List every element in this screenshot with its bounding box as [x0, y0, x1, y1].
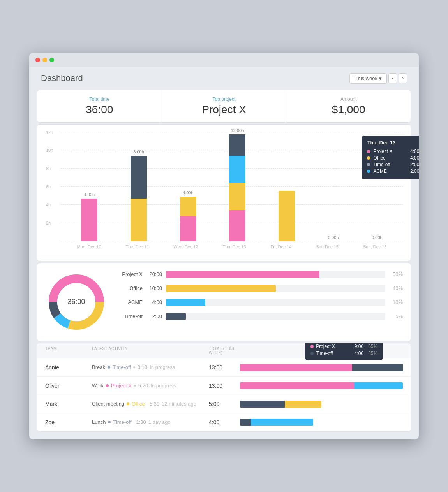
prev-week-button[interactable]: ‹ [388, 73, 397, 83]
bar-group-wed[interactable]: 4:00h [180, 190, 196, 241]
proj-name-office: Office [115, 285, 143, 291]
x-axis-labels: Mon, Dec 10 Tue, Dec 11 Wed, Dec 12 Thu,… [61, 241, 403, 257]
team-card: TEAM LATEST ACTIVITY TOTAL (THIS WEEK) A… [37, 343, 411, 432]
team-row-zoe: Zoe Lunch Time-off 1:30 1 day ago 4:00 [37, 413, 411, 431]
bar-group-mon[interactable]: 4:00h [81, 192, 97, 241]
bar-group-thu[interactable]: 12:00h Thu, Dec 13 12:00 [229, 128, 245, 241]
donut-center-label: 36:00 [67, 298, 85, 306]
bar-stack-fri [279, 191, 295, 241]
page-title: Dashboard [41, 73, 83, 83]
activity-dot-zoe [108, 421, 111, 423]
proj-row-acme: ACME 4:00 10% [115, 299, 403, 306]
proj-name-acme: ACME [115, 299, 143, 305]
proj-pct-projectx: 50% [389, 271, 403, 277]
bar-segment-slate-thu [229, 134, 245, 156]
tooltip-dot-acme [367, 170, 370, 173]
activity-project-mark: Office [132, 401, 145, 407]
team-col-header-team: TEAM [45, 346, 92, 355]
close-button[interactable] [35, 58, 40, 62]
total-time-mark: 5:00 [209, 401, 240, 407]
activity-type-mark: Client meeting [92, 401, 124, 407]
week-selector-button[interactable]: This week ▾ [349, 73, 387, 84]
bar-stack-wed [180, 197, 196, 241]
tooltip-annie-val-projectx: 9:00 [350, 344, 363, 349]
team-member-name-oliver: Oliver [45, 383, 92, 389]
next-week-button[interactable]: › [399, 73, 407, 83]
x-label-wed: Wed, Dec 12 [173, 244, 198, 249]
bar-group-fri[interactable] [279, 189, 295, 241]
proj-time-acme: 4:00 [146, 299, 162, 305]
activity-project-oliver: Project X [111, 383, 132, 388]
proj-bar-track-timeoff [166, 313, 385, 320]
team-member-name-mark: Mark [45, 401, 92, 407]
activity-type-zoe: Lunch [92, 419, 106, 425]
tooltip-name-projectx: Project X [373, 149, 402, 154]
proj-row-projectx: Project X 20:00 50% [115, 271, 403, 278]
activity-time-annie: 0:10 [138, 364, 147, 370]
total-time-zoe: 4:00 [209, 419, 240, 425]
top-project-stat: Top project Project X [162, 90, 287, 122]
team-bar-seg-slate-zoe [240, 419, 251, 426]
tooltip-name-timeoff: Time-off [373, 162, 402, 167]
activity-time-oliver: 5:20 [138, 383, 148, 388]
bar-segment-pink-wed [180, 216, 196, 241]
activity-project-zoe: Time-off [113, 419, 131, 425]
bar-label-sun: 0:00h [372, 235, 383, 240]
top-project-value: Project X [170, 104, 279, 116]
tooltip-val-acme: 2:00 [406, 169, 419, 174]
x-label-tue: Tue, Dec 11 [126, 244, 149, 249]
stats-card: Total time 36:00 Top project Project X A… [37, 90, 411, 123]
team-row-oliver: Oliver Work Project X 5:20 In progress 1… [37, 377, 411, 395]
team-bar-track-oliver [240, 382, 403, 389]
bars-container: 4:00h 8:00h 4 [61, 132, 403, 241]
bar-segment-cyan-thu [229, 156, 245, 183]
activity-status-annie: In progress [150, 364, 175, 370]
x-label-mon: Mon, Dec 10 [77, 244, 101, 249]
bar-segment-pink-thu [229, 210, 245, 241]
tooltip-annie-row-timeoff: Time-off 4:00 35% [310, 351, 377, 356]
tooltip-annie-pct-timeoff: 35% [366, 351, 377, 356]
bar-group-sun[interactable]: 0:00h [372, 235, 383, 241]
total-time-value: 36:00 [45, 104, 154, 116]
x-label-fri: Fri, Dec 14 [271, 244, 292, 249]
total-time-label: Total time [45, 97, 154, 102]
activity-dot-annie [108, 366, 110, 369]
grid-label-10h: 10h [46, 148, 53, 153]
team-tooltip-annie: Annie 13:00 Project X 9:00 65% Time-off [305, 343, 383, 360]
team-bar-seg-pink-oliver [240, 382, 354, 389]
tooltip-annie-pct-projectx: 65% [366, 344, 377, 349]
project-bars-section: Project X 20:00 50% Office 10:00 40% [115, 271, 403, 333]
tooltip-annie-dot-timeoff [310, 352, 314, 355]
tooltip-date: Thu, Dec 13 [367, 140, 395, 146]
bar-label-mon: 4:00h [84, 192, 95, 197]
week-navigation: This week ▾ ‹ › [349, 73, 407, 84]
bar-group-sat[interactable]: 0:00h [328, 235, 339, 241]
proj-pct-timeoff: 5% [389, 313, 403, 319]
minimize-button[interactable] [42, 58, 47, 62]
bar-label-thu: 12:00h [231, 128, 244, 133]
tooltip-row-office: Office 4:00 35% [367, 155, 419, 161]
bar-segment-yellow-wed [180, 197, 196, 216]
team-row-mark: Mark Client meeting Office 5:30 32 minut… [37, 395, 411, 413]
activity-dot-oliver [106, 384, 109, 387]
team-bar-seg-yellow-mark [285, 401, 321, 408]
tooltip-dot-timeoff [367, 163, 370, 166]
proj-name-projectx: Project X [115, 271, 143, 277]
chart-tooltip: Thu, Dec 13 12:00 Project X 4:00 35% [362, 136, 419, 179]
activity-project-annie: Time-off [113, 364, 131, 370]
activity-status-oliver: In progress [150, 383, 176, 388]
grid-label-12h: 12h [46, 130, 53, 135]
bottom-section: 36:00 Project X 20:00 50% Office 10:00 [37, 263, 411, 341]
donut-chart-container: 36:00 [45, 271, 108, 333]
bar-label-tue: 8:00h [133, 149, 144, 154]
bar-group-tue[interactable]: 8:00h [131, 149, 147, 241]
activity-type-oliver: Work [92, 383, 104, 388]
tooltip-row-acme: ACME 2:00 15% [367, 169, 419, 174]
maximize-button[interactable] [49, 58, 54, 62]
team-bar-track-annie [240, 364, 403, 371]
bar-label-wed: 4:00h [183, 190, 194, 195]
bar-stack-mon [81, 199, 97, 241]
bar-chart-card: 12h 10h 8h 6h 4h 2h 4:00h [37, 124, 411, 261]
activity-type-annie: Break [92, 364, 105, 370]
activity-cell-zoe: Lunch Time-off 1:30 1 day ago [92, 419, 209, 425]
